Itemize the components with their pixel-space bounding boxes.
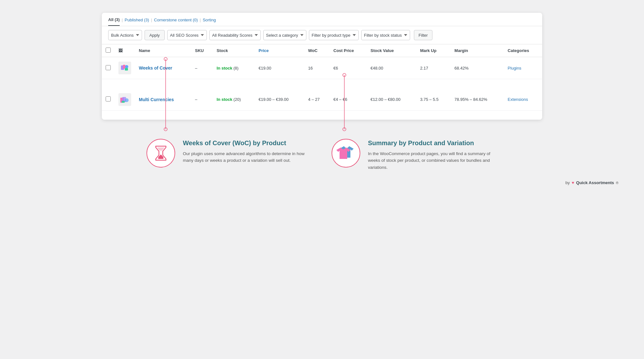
th-price: Price <box>255 44 304 57</box>
table-row: Weeks of Cover – In stock (8) €19.00 16 … <box>102 57 542 79</box>
th-categories: Categories <box>504 44 542 57</box>
product-thumbnail <box>118 93 131 106</box>
annotation-summary-text: Summary by Product and Variation In the … <box>368 139 498 171</box>
spacer-row-bottom <box>102 110 542 120</box>
th-stock: Stock <box>213 44 255 57</box>
table-header-row: 🖼 Name SKU Stock Price WoC Cost Price St… <box>102 44 542 57</box>
product-type-select[interactable]: Filter by product type <box>309 30 359 40</box>
row-price-cell: €19.00 – €39.00 <box>255 89 304 111</box>
tab-cornerstone[interactable]: Cornerstone content (0) <box>154 18 198 26</box>
stock-status: In stock <box>217 66 232 71</box>
product-name-link[interactable]: Multi Currencies <box>139 97 174 102</box>
th-markup: Mark Up <box>416 44 451 57</box>
svg-point-2 <box>125 65 128 68</box>
row-stock-value-cell: €12.00 – €80.00 <box>367 89 416 111</box>
product-name-link[interactable]: Weeks of Cover <box>139 65 172 71</box>
tab-sep-2: | <box>151 18 152 26</box>
th-checkbox <box>102 44 115 57</box>
products-table: 🖼 Name SKU Stock Price WoC Cost Price St… <box>102 44 542 120</box>
row-cost-price-cell: €6 <box>330 57 367 79</box>
svg-rect-1 <box>123 65 125 69</box>
product-thumbnail <box>118 62 131 74</box>
th-margin: Margin <box>451 44 504 57</box>
annotation-woc-text: Weeks of Cover (WoC) by Product Our plug… <box>183 139 312 164</box>
row-image-cell <box>115 57 135 79</box>
svg-rect-7 <box>122 101 125 103</box>
category-select[interactable]: Select a category <box>263 30 306 40</box>
row-image-cell <box>115 89 135 111</box>
stock-status: In stock <box>217 97 232 102</box>
row-stock-cell: In stock (20) <box>213 89 255 111</box>
category-link[interactable]: Extensions <box>508 97 528 102</box>
row-stock-value-cell: €48.00 <box>367 57 416 79</box>
row-cost-price-cell: €4 – €6 <box>330 89 367 111</box>
row-name-cell: Multi Currencies <box>135 89 191 111</box>
th-woc: WoC <box>304 44 330 57</box>
row-category-cell: Plugins <box>504 57 542 79</box>
row-checkbox[interactable] <box>106 65 111 70</box>
annotation-summary-title: Summary by Product and Variation <box>368 139 498 147</box>
annotation-summary-desc: In the WooCommerce product pages, you wi… <box>368 150 498 171</box>
row-price-cell: €19.00 <box>255 57 304 79</box>
row-sku-cell: – <box>191 89 213 111</box>
filter-bar: Bulk Actions Apply All SEO Scores All Re… <box>102 26 542 44</box>
stock-qty: (8) <box>234 66 239 71</box>
tab-sep-1: | <box>122 18 123 26</box>
row-checkbox-cell <box>102 57 115 79</box>
footer: by ♥ Quick Assortments ® <box>6 171 638 185</box>
image-icon: 🖼 <box>118 48 123 53</box>
row-name-cell: Weeks of Cover <box>135 57 191 79</box>
svg-rect-3 <box>125 68 128 71</box>
row-category-cell: Extensions <box>504 89 542 111</box>
row-markup-cell: 3.75 – 5.5 <box>416 89 451 111</box>
main-panel: All (3) | Published (3) | Cornerstone co… <box>102 13 542 120</box>
annotation-item-woc: Weeks of Cover (WoC) by Product Our plug… <box>146 139 312 171</box>
th-cost-price: Cost Price <box>330 44 367 57</box>
annotation-wrapper: Weeks of Cover (WoC) by Product Our plug… <box>102 120 542 171</box>
row-margin-cell: 78.95% – 84.62% <box>451 89 504 111</box>
row-margin-cell: 68.42% <box>451 57 504 79</box>
row-stock-cell: In stock (8) <box>213 57 255 79</box>
hourglass-icon <box>154 145 168 161</box>
svg-point-6 <box>125 98 129 102</box>
row-markup-cell: 2.17 <box>416 57 451 79</box>
product-image-icon <box>120 94 130 105</box>
th-stock-value: Stock Value <box>367 44 416 57</box>
spacer-row <box>102 79 542 89</box>
row-checkbox-cell <box>102 89 115 111</box>
th-sku: SKU <box>191 44 213 57</box>
row-sku-cell: – <box>191 57 213 79</box>
readability-select[interactable]: All Readability Scores <box>209 30 261 40</box>
row-woc-cell: 16 <box>304 57 330 79</box>
annotation-item-summary: Summary by Product and Variation In the … <box>332 139 498 171</box>
filter-button[interactable]: Filter <box>414 30 433 40</box>
footer-registered: ® <box>616 181 618 185</box>
stock-status-select[interactable]: Filter by stock status <box>361 30 410 40</box>
tab-sep-3: | <box>200 18 201 26</box>
annotation-woc-title: Weeks of Cover (WoC) by Product <box>183 139 312 147</box>
tab-published[interactable]: Published (3) <box>125 18 149 26</box>
heart-icon: ♥ <box>572 180 574 185</box>
footer-brand: Quick Assortments <box>576 180 614 185</box>
product-image-icon <box>120 63 130 73</box>
th-image: 🖼 <box>115 44 135 57</box>
table-row: Multi Currencies – In stock (20) €19.00 … <box>102 89 542 111</box>
seo-scores-select[interactable]: All SEO Scores <box>167 30 207 40</box>
summary-icon-circle <box>332 139 360 168</box>
stock-qty: (20) <box>234 97 241 102</box>
category-link[interactable]: Plugins <box>508 66 521 71</box>
row-woc-cell: 4 – 27 <box>304 89 330 111</box>
apply-button[interactable]: Apply <box>145 30 165 40</box>
tab-all[interactable]: All (3) <box>108 17 120 26</box>
th-name: Name <box>135 44 191 57</box>
bulk-actions-select[interactable]: Bulk Actions <box>108 30 142 40</box>
footer-by: by <box>565 180 570 185</box>
row-checkbox[interactable] <box>106 96 111 101</box>
select-all-checkbox[interactable] <box>106 48 111 53</box>
svg-point-10 <box>164 128 167 131</box>
annotation-woc-desc: Our plugin uses some advanced algorithms… <box>183 150 312 164</box>
tab-sorting[interactable]: Sorting <box>203 18 216 26</box>
tab-bar: All (3) | Published (3) | Cornerstone co… <box>102 13 542 26</box>
tshirts-icon <box>336 145 356 161</box>
svg-point-13 <box>343 128 346 131</box>
